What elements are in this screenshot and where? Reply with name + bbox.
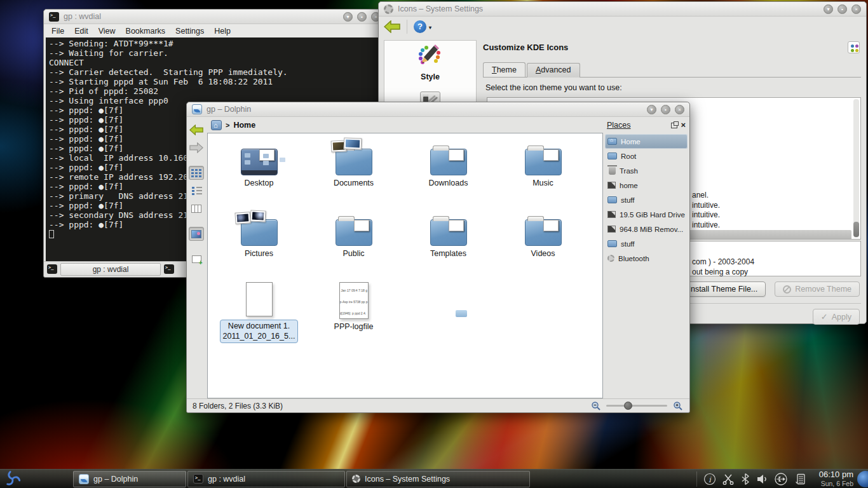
places-item[interactable]: 19.5 GiB Hard Drive <box>605 207 688 222</box>
minimize-icon[interactable]: ▾ <box>343 12 353 22</box>
taskbar-task[interactable]: Icons – System Settings <box>346 471 530 487</box>
clock-date: Sun, 6 Feb <box>819 480 853 487</box>
terminal-line: --> Carrier detected. Starting PPP immed… <box>49 67 381 77</box>
notifications-info-icon[interactable]: i <box>703 473 716 485</box>
forward-button[interactable] <box>189 140 204 154</box>
new-tab-icon[interactable] <box>47 264 57 274</box>
back-button[interactable] <box>189 123 204 137</box>
zoom-slider[interactable] <box>606 405 667 407</box>
thumbnail <box>449 220 464 231</box>
minimize-icon[interactable]: ▾ <box>824 4 833 14</box>
folder-item[interactable]: Documents <box>306 139 401 209</box>
overview-icon[interactable] <box>848 41 860 53</box>
places-item[interactable]: stuff <box>605 236 688 251</box>
drag-ghost-artifact <box>456 310 467 317</box>
folder-item[interactable]: Public <box>306 209 401 280</box>
place-icon <box>607 138 617 145</box>
taskbar-task[interactable]: gp – Dolphin <box>73 471 186 487</box>
split-view-button[interactable] <box>189 252 204 266</box>
menu-item[interactable]: Settings <box>170 27 209 36</box>
panel-cashew-icon[interactable] <box>857 471 868 487</box>
folder-item[interactable]: Templates <box>401 209 496 280</box>
zoom-out-icon[interactable] <box>591 401 600 410</box>
menu-item[interactable]: Help <box>209 27 236 36</box>
places-item[interactable]: Bluetooth <box>605 251 688 266</box>
sidebar-item-style[interactable]: Style <box>384 41 476 81</box>
klipper-scissors-icon[interactable] <box>722 473 735 485</box>
no-entry-icon <box>783 285 791 294</box>
breadcrumb-separator-icon <box>226 121 229 130</box>
file-view[interactable]: Desktop Documents <box>207 133 603 398</box>
terminal-tab[interactable]: gp : wvdial <box>60 263 161 276</box>
place-icon <box>607 196 617 203</box>
settings-titlebar[interactable]: Icons – System Settings ▾ • × <box>379 2 866 17</box>
places-item[interactable]: Trash <box>605 163 688 178</box>
file-item-selected[interactable]: New document 1.2011_01_20_16_5... <box>212 280 306 350</box>
close-icon[interactable]: × <box>851 4 861 14</box>
list-text-fragment: anel. <box>692 191 720 201</box>
terminal-titlebar[interactable]: gp : wvdial ▾ • × <box>44 10 386 24</box>
remove-theme-button[interactable]: Remove Theme <box>775 281 860 297</box>
volume-icon[interactable] <box>756 473 768 485</box>
thumbnail <box>354 220 369 231</box>
apply-button[interactable]: ✓ Apply <box>813 309 860 325</box>
zoom-in-icon[interactable] <box>673 401 682 410</box>
digital-clock[interactable]: 06:10 pm Sun, 6 Feb <box>819 470 853 487</box>
taskbar-panel: gp – Dolphin gp : wvdial Icons – System … <box>0 469 868 488</box>
breadcrumb[interactable]: Home <box>206 118 603 133</box>
places-item[interactable]: Home <box>605 134 688 149</box>
zoom-slider-handle[interactable] <box>624 402 632 410</box>
file-item[interactable]: Jan 17 09:4 7:18 gp-Asp ire-5738 pp pd[1… <box>306 280 401 350</box>
places-item[interactable]: 964.8 MiB Remov... <box>605 222 688 236</box>
breadcrumb-label[interactable]: Home <box>233 121 255 130</box>
close-panel-icon[interactable]: × <box>681 122 686 128</box>
preview-button[interactable] <box>189 227 204 241</box>
close-icon[interactable]: × <box>675 105 684 114</box>
maximize-icon[interactable]: • <box>837 4 847 14</box>
back-arrow-icon[interactable] <box>384 20 400 33</box>
tab[interactable]: Theme <box>483 62 526 77</box>
folder-icon <box>336 219 372 246</box>
folder-label: Public <box>306 249 401 258</box>
scrollbar-thumb[interactable] <box>853 222 859 237</box>
folder-item[interactable]: Music <box>496 139 590 209</box>
bluetooth-icon[interactable] <box>740 473 750 485</box>
place-icon <box>607 240 617 247</box>
files-row: New document 1.2011_01_20_16_5... Jan 17… <box>208 280 602 350</box>
scrollbar[interactable] <box>853 99 859 238</box>
maximize-icon[interactable]: • <box>661 105 670 114</box>
folder-icon <box>241 219 278 246</box>
tab-list-icon[interactable] <box>164 264 174 274</box>
device-notifier-usb-icon[interactable] <box>774 472 788 486</box>
clipboard-icon[interactable] <box>794 473 806 485</box>
folder-icon <box>430 219 467 246</box>
app-launcher-button[interactable] <box>0 470 24 488</box>
settings-toolbar: ?▾ <box>379 17 866 37</box>
float-panel-icon[interactable] <box>671 123 677 128</box>
menu-item[interactable]: Bookmarks <box>121 27 171 36</box>
places-item[interactable]: stuff <box>605 193 688 207</box>
menu-item[interactable]: View <box>93 27 121 36</box>
help-icon[interactable]: ?▾ <box>414 20 426 33</box>
home-folder-icon[interactable] <box>211 120 222 130</box>
desktop-wallpaper: gp : wvdial ▾ • × FileEditViewBookmarksS… <box>0 0 868 488</box>
folder-icon <box>241 149 278 175</box>
menu-item[interactable]: Edit <box>69 27 93 36</box>
terminal-app-icon <box>49 12 59 22</box>
details-view-button[interactable] <box>189 184 204 198</box>
icons-view-button[interactable] <box>189 166 204 180</box>
minimize-icon[interactable]: ▾ <box>647 105 656 114</box>
places-item[interactable]: home <box>605 178 688 193</box>
folder-item[interactable]: Desktop <box>212 139 306 209</box>
tab[interactable]: Advanced <box>527 63 580 78</box>
taskbar-task[interactable]: gp : wvdial <box>187 471 345 487</box>
folder-item[interactable]: Downloads <box>401 139 496 209</box>
columns-view-button[interactable] <box>189 201 204 215</box>
folder-label: Pictures <box>212 249 306 258</box>
folder-item[interactable]: Videos <box>496 209 590 280</box>
dolphin-titlebar[interactable]: gp – Dolphin ▾ • × <box>187 102 689 117</box>
maximize-icon[interactable]: • <box>357 12 367 22</box>
menu-item[interactable]: File <box>46 27 69 36</box>
places-item[interactable]: Root <box>605 149 688 163</box>
folder-item[interactable]: Pictures <box>212 209 306 280</box>
